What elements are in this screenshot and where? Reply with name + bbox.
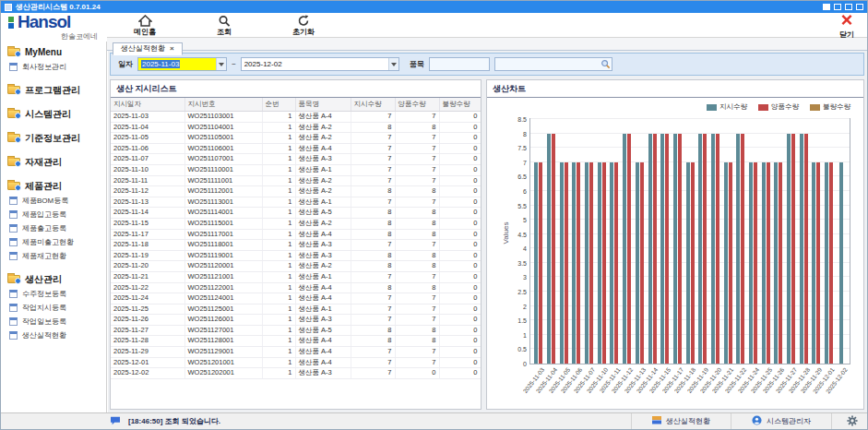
- sidebar-folder-기준정보관리[interactable]: 기준정보관리: [7, 130, 106, 146]
- form-icon: [9, 238, 18, 246]
- sidebar-folder-자재관리[interactable]: 자재관리: [7, 154, 106, 170]
- sidebar-folder-MyMenu[interactable]: MyMenu: [7, 44, 106, 60]
- table-row[interactable]: 2025-11-15WO2511150011생산품 A-2880: [111, 218, 481, 229]
- table-row[interactable]: 2025-11-25WO2511250011생산품 A-1770: [111, 304, 481, 315]
- grid-column-header[interactable]: 지시수량: [351, 98, 395, 112]
- chevron-down-icon[interactable]: [216, 58, 226, 70]
- date-to-combo[interactable]: 2025-12-02: [241, 57, 399, 71]
- table-cell: 생산품 A-2: [295, 133, 351, 144]
- sidebar-folder-시스템관리[interactable]: 시스템관리: [7, 106, 106, 122]
- tab-close-icon[interactable]: ×: [170, 44, 174, 53]
- content-panels: 생산 지시리스트 지시일자지시번호순번품목명지시수량양품수량불량수량 2025-…: [110, 79, 864, 410]
- table-row[interactable]: 2025-12-01WO2512010011생산품 A-4770: [111, 357, 481, 368]
- table-cell: 7: [395, 143, 439, 154]
- sidebar-folder-프로그램관리[interactable]: 프로그램관리: [7, 82, 106, 98]
- table-row[interactable]: 2025-11-14WO2511140011생산품 A-5880: [111, 208, 481, 219]
- form-icon: [9, 224, 18, 233]
- table-cell: WO251110001: [184, 164, 262, 175]
- home-button[interactable]: 메인홈: [121, 15, 169, 37]
- table-row[interactable]: 2025-11-24WO2511240011생산품 A-4770: [111, 293, 481, 305]
- table-row[interactable]: 2025-11-22WO2511220011생산품 A-4880: [111, 282, 481, 293]
- bar-group: [785, 119, 798, 364]
- table-cell: 7: [351, 175, 395, 186]
- table-row[interactable]: 2025-11-10WO2511100011생산품 A-1770: [111, 164, 481, 175]
- sidebar-item-작업지시등록[interactable]: 작업지시등록: [7, 301, 106, 315]
- table-row[interactable]: 2025-11-03WO2511030011생산품 A-4770: [111, 112, 481, 123]
- table-cell: 8: [395, 261, 439, 272]
- chevron-down-icon[interactable]: [388, 58, 398, 70]
- sidebar-folder-생산관리[interactable]: 생산관리: [7, 271, 106, 287]
- x-tick: 2025-12-02: [836, 364, 849, 405]
- table-row[interactable]: 2025-11-27WO2511270011생산품 A-5880: [111, 325, 481, 336]
- table-row[interactable]: 2025-11-11WO2511110011생산품 A-2770: [111, 175, 481, 186]
- table-row[interactable]: 2025-11-06WO2511060011생산품 A-4770: [111, 143, 481, 154]
- item-code-input[interactable]: [429, 57, 490, 71]
- table-cell: WO251104001: [184, 122, 262, 133]
- sidebar-item-수주정보등록[interactable]: 수주정보등록: [7, 287, 106, 301]
- table-row[interactable]: 2025-11-13WO2511130011생산품 A-1770: [111, 197, 481, 208]
- y-tick-label: 8.5: [517, 116, 527, 123]
- ime-indicator-icon[interactable]: [823, 4, 830, 10]
- sidebar-item-제품미출고현황[interactable]: 제품미출고현황: [7, 235, 106, 249]
- table-cell: 생산품 A-4: [295, 229, 351, 240]
- table-cell: 0: [439, 357, 481, 368]
- tab-production-status[interactable]: 생산실적현황 ×: [113, 42, 183, 55]
- search-button[interactable]: 조회: [200, 15, 248, 37]
- table-row[interactable]: 2025-11-20WO2511200011생산품 A-2880: [111, 261, 481, 272]
- y-tick-label: 0.5: [517, 346, 527, 352]
- bar-group: [797, 119, 810, 364]
- sidebar-item-제품입고등록[interactable]: 제품입고등록: [7, 208, 106, 221]
- sidebar-item-생산실적현황[interactable]: 생산실적현황: [7, 328, 106, 342]
- table-cell: 1: [262, 336, 295, 347]
- grid-column-header[interactable]: 지시일자: [111, 98, 184, 112]
- legend-label: 지시수량: [719, 102, 747, 112]
- chart-bars: [530, 119, 850, 364]
- reset-button[interactable]: 초기화: [279, 15, 327, 37]
- table-cell: 1: [262, 304, 295, 315]
- table-cell: 생산품 A-4: [295, 293, 351, 305]
- table-row[interactable]: 2025-11-05WO2511050011생산품 A-2770: [111, 133, 481, 144]
- grid-column-header[interactable]: 순번: [262, 98, 295, 112]
- item-name-input[interactable]: [494, 57, 612, 71]
- close-window-icon[interactable]: [856, 4, 863, 10]
- table-row[interactable]: 2025-11-19WO2511190011생산품 A-3880: [111, 250, 481, 261]
- table-row[interactable]: 2025-11-29WO2511290011생산품 A-4770: [111, 347, 481, 358]
- grid-column-header[interactable]: 양품수량: [395, 98, 439, 112]
- table-cell: 생산품 A-5: [295, 325, 351, 336]
- bar-양품수량: [577, 162, 580, 364]
- grid-column-header[interactable]: 품목명: [295, 98, 351, 112]
- sidebar-item-제품재고현황[interactable]: 제품재고현황: [7, 249, 106, 263]
- sidebar-item-제품BOM등록[interactable]: 제품BOM등록: [7, 194, 106, 208]
- minimize-icon[interactable]: [834, 4, 841, 10]
- settings-button[interactable]: [831, 413, 867, 429]
- table-row[interactable]: 2025-11-07WO2511070011생산품 A-3770: [111, 154, 481, 165]
- table-cell: 0: [439, 261, 481, 272]
- form-icon: [9, 197, 18, 205]
- bar-양품수량: [539, 162, 542, 364]
- table-cell: 생산품 A-5: [295, 208, 351, 219]
- table-cell: 0: [439, 347, 481, 358]
- table-row[interactable]: 2025-11-04WO2511040011생산품 A-2880: [111, 122, 481, 133]
- grid-column-header[interactable]: 불량수량: [439, 98, 481, 112]
- sidebar-item-제품출고등록[interactable]: 제품출고등록: [7, 221, 106, 235]
- table-row[interactable]: 2025-11-21WO2511210011생산품 A-1770: [111, 271, 481, 282]
- sidebar-item-회사정보관리[interactable]: 회사정보관리: [7, 60, 106, 74]
- table-row[interactable]: 2025-11-12WO2511120011생산품 A-2880: [111, 186, 481, 197]
- bar-양품수량: [614, 162, 618, 364]
- maximize-icon[interactable]: [845, 4, 852, 10]
- sidebar-folder-제품관리[interactable]: 제품관리: [7, 178, 106, 194]
- sidebar-item-작업일보등록[interactable]: 작업일보등록: [7, 315, 106, 328]
- bar-양품수량: [703, 134, 707, 364]
- y-tick-label: 2: [523, 304, 527, 310]
- table-row[interactable]: 2025-11-18WO2511180011생산품 A-3770: [111, 240, 481, 251]
- grid-column-header[interactable]: 지시번호: [184, 98, 262, 112]
- table-row[interactable]: 2025-11-26WO2511260011생산품 A-3770: [111, 315, 481, 326]
- table-cell: 0: [439, 315, 481, 326]
- table-cell: 1: [262, 218, 295, 229]
- table-row[interactable]: 2025-11-17WO2511170011생산품 A-4880: [111, 229, 481, 240]
- table-row[interactable]: 2025-11-28WO2511280011생산품 A-4880: [111, 336, 481, 347]
- close-button[interactable]: 닫기: [839, 13, 854, 38]
- date-from-combo[interactable]: 2025-11-03: [137, 57, 227, 71]
- table-row[interactable]: 2025-12-02WO2512020011생산품 A-3700: [111, 368, 481, 379]
- form-icon: [9, 331, 18, 340]
